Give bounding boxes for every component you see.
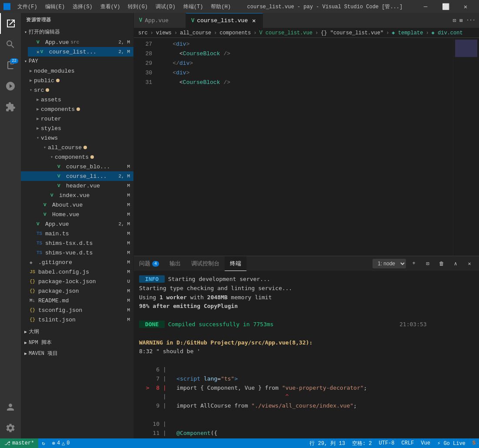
activity-accounts[interactable]	[0, 397, 21, 418]
tree-item-babel-config[interactable]: JS babel.config.js M	[21, 267, 133, 277]
cursor-position[interactable]: 行 29, 列 13	[306, 438, 349, 448]
terminal-select[interactable]: 1: node	[373, 259, 406, 268]
tree-item-shims-vue[interactable]: TS shims-vue.d.ts M	[21, 248, 133, 257]
tree-item-gitignore[interactable]: ◆ .gitignore M	[21, 257, 133, 267]
vue-file-icon: V	[57, 183, 64, 188]
tab-course-list-vue[interactable]: V course_list.vue ✕	[186, 13, 263, 28]
sync-status[interactable]: ↻	[38, 438, 48, 448]
opened-file-course-list[interactable]: ✕ V course_list... 2, M	[28, 47, 133, 57]
split-editor-button[interactable]: ⊡	[453, 17, 456, 24]
encoding[interactable]: UTF-8	[376, 438, 398, 448]
terminal-line: Starting type checking and linting servi…	[139, 284, 474, 293]
panel-tab-problems[interactable]: 问题 4	[134, 256, 164, 271]
vue-file-icon: V	[50, 193, 57, 198]
collapse-panel-button[interactable]: ∧	[449, 257, 462, 270]
menu-file[interactable]: 文件(F)	[14, 2, 41, 11]
activity-debug[interactable]	[0, 76, 21, 97]
tree-item-about-vue[interactable]: V About.vue M	[21, 200, 133, 210]
activity-settings[interactable]	[0, 418, 21, 438]
tree-item-views[interactable]: ▾ views	[21, 133, 133, 143]
tree-item-main-ts[interactable]: TS main.ts M	[21, 229, 133, 238]
tree-item-header-vue[interactable]: V header.vue M	[21, 181, 133, 191]
maximize-button[interactable]: ⬜	[436, 0, 456, 13]
menu-edit[interactable]: 编辑(E)	[42, 2, 69, 11]
tree-item-app-vue[interactable]: V App.vue 2, M	[21, 219, 133, 229]
tree-item-shims-tsx[interactable]: TS shims-tsx.d.ts M	[21, 238, 133, 248]
menu-select[interactable]: 选择(S)	[69, 2, 96, 11]
language-mode[interactable]: Vue	[417, 438, 434, 448]
tree-item-package-lock[interactable]: {} package-lock.json U	[21, 277, 133, 286]
panel-tab-debug-console[interactable]: 调试控制台	[186, 256, 225, 271]
editor-panel-container: 27 28 29 30 31 <div> <CourseBlock />	[134, 38, 479, 438]
activity-explorer[interactable]	[0, 13, 21, 34]
layout-button[interactable]: ⊞	[459, 17, 462, 24]
tree-item-assets[interactable]: ▶ assets	[21, 95, 133, 104]
terminal-line: 11 | @Component({	[139, 429, 474, 438]
errors-status[interactable]: ⊗ 4 △ 0	[49, 438, 73, 448]
terminal-content[interactable]: INFO Starting development server... Star…	[134, 271, 479, 438]
go-live-button[interactable]: ⚡ Go Live	[434, 438, 469, 448]
opened-file-app-vue[interactable]: V App.vue src 2, M	[28, 37, 133, 47]
tree-item-course-block[interactable]: V course_blo... M	[21, 162, 133, 171]
menu-help[interactable]: 帮助(H)	[207, 2, 234, 11]
git-file-icon: ◆	[30, 260, 37, 265]
sogou-icon[interactable]: S	[469, 438, 479, 448]
outline-section[interactable]: ▶ 大纲	[21, 326, 133, 337]
close-icon[interactable]: ✕	[37, 49, 40, 55]
add-terminal-button[interactable]: +	[408, 257, 420, 270]
tree-item-public[interactable]: ▶ public	[21, 76, 133, 85]
menu-debug[interactable]: 调试(D)	[152, 2, 179, 11]
tab-app-vue[interactable]: V App.vue	[134, 13, 186, 28]
split-terminal-button[interactable]: ⊡	[422, 257, 434, 270]
chevron-icon: ▾	[24, 59, 27, 64]
tree-item-node-modules[interactable]: ▶ node_modules	[21, 66, 133, 76]
activity-git[interactable]: 22	[0, 55, 21, 76]
chevron-right-icon: ▶	[30, 78, 32, 83]
close-panel-button[interactable]: ✕	[463, 257, 476, 270]
kill-terminal-button[interactable]: 🗑	[436, 257, 448, 270]
tree-item-src[interactable]: ▾ src	[21, 85, 133, 95]
menu-view[interactable]: 查看(V)	[97, 2, 124, 11]
title-bar: 文件(F) 编辑(E) 选择(S) 查看(V) 转到(G) 调试(D) 终端(T…	[0, 0, 479, 13]
tree-item-router[interactable]: ▶ router	[21, 114, 133, 124]
tabs-bar: V App.vue V course_list.vue ✕ ⊡ ⊞ ···	[134, 13, 479, 28]
more-button[interactable]: ···	[466, 17, 476, 23]
tree-item-index-vue[interactable]: V index.vue M	[21, 191, 133, 200]
menu-terminal[interactable]: 终端(T)	[180, 2, 207, 11]
minimize-button[interactable]: —	[416, 0, 436, 13]
maven-section[interactable]: ▶ MAVEN 项目	[21, 348, 133, 359]
project-section[interactable]: ▾ PAY	[21, 57, 133, 66]
tree-item-all-course[interactable]: ▾ all_course	[21, 143, 133, 152]
tree-item-course-list[interactable]: V course_li... 2, M	[21, 171, 133, 181]
close-button[interactable]: ✕	[456, 0, 476, 13]
code-line-29: </div>	[159, 59, 453, 68]
panel-tab-terminal[interactable]: 终端	[225, 256, 246, 271]
code-line-30: <div>	[159, 68, 453, 78]
terminal-line: 9 | import AllCourse from "./views/all_c…	[139, 401, 474, 411]
tree-item-components-sub[interactable]: ▾ components	[21, 152, 133, 162]
menu-bar[interactable]: 文件(F) 编辑(E) 选择(S) 查看(V) 转到(G) 调试(D) 终端(T…	[14, 2, 234, 11]
line-ending[interactable]: CRLF	[398, 438, 418, 448]
panel-tab-output[interactable]: 输出	[164, 256, 186, 271]
tree-item-tsconfig[interactable]: {} tsconfig.json M	[21, 305, 133, 315]
tree-item-package-json[interactable]: {} package.json M	[21, 286, 133, 296]
activity-search[interactable]	[0, 34, 21, 55]
tree-item-tslint[interactable]: {} tslint.json M	[21, 315, 133, 324]
sync-icon: ↻	[42, 440, 45, 447]
tree-item-home-vue[interactable]: V Home.vue M	[21, 210, 133, 219]
git-branch-icon: ⎇	[4, 440, 10, 447]
activity-extensions[interactable]	[0, 97, 21, 117]
indentation[interactable]: 空格: 2	[349, 438, 376, 448]
editor-content[interactable]: <div> <CourseBlock /> </div> <div> <Cour…	[156, 38, 453, 256]
git-branch-status[interactable]: ⎇ master*	[0, 438, 38, 448]
menu-goto[interactable]: 转到(G)	[124, 2, 151, 11]
opened-editors-section[interactable]: ▾ 打开的编辑器	[21, 27, 133, 37]
tab-close-button[interactable]: ✕	[250, 17, 257, 24]
tree-item-styles[interactable]: ▶ styles	[21, 124, 133, 133]
editor-area: 27 28 29 30 31 <div> <CourseBlock />	[134, 38, 479, 256]
tree-item-readme[interactable]: M↓ README.md M	[21, 296, 133, 305]
tree-item-components[interactable]: ▶ components	[21, 104, 133, 114]
npm-scripts-section[interactable]: ▶ NPM 脚本	[21, 337, 133, 348]
chevron-icon: ▶	[24, 340, 27, 345]
sidebar: 资源管理器 ▾ 打开的编辑器 V App.vue src 2, M ✕ V co…	[21, 13, 134, 438]
